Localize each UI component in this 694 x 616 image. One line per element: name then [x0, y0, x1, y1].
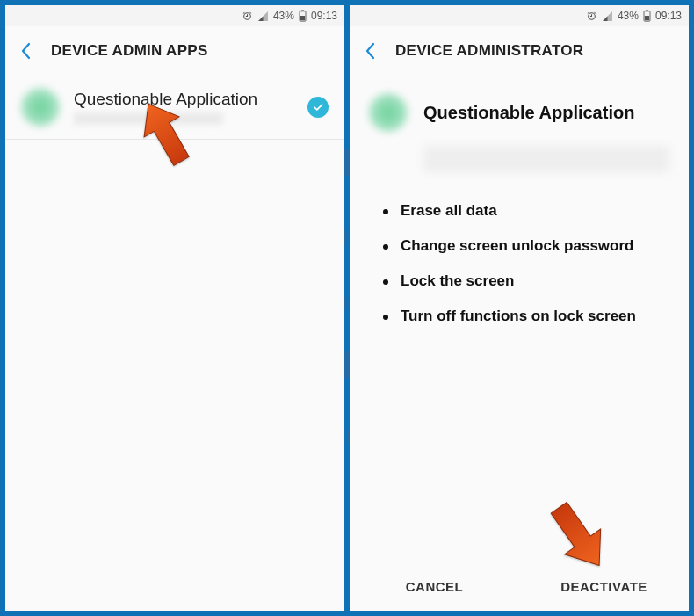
- detail-header: Questionable Application: [350, 76, 689, 141]
- permission-text: Turn off functions on lock screen: [401, 308, 636, 325]
- permission-item: Erase all data: [383, 193, 666, 228]
- status-bar: 43% 09:13: [350, 5, 689, 26]
- svg-rect-2: [300, 16, 305, 20]
- bullet-icon: [383, 244, 388, 250]
- signal-icon: [257, 11, 269, 22]
- signal-icon: [602, 11, 613, 22]
- clock-time: 09:13: [311, 10, 337, 22]
- back-button[interactable]: [18, 42, 35, 60]
- svg-rect-1: [301, 10, 305, 11]
- alarm-icon: [586, 11, 597, 22]
- app-name: Questionable Application: [74, 90, 293, 109]
- app-icon: [21, 88, 60, 127]
- permission-item: Turn off functions on lock screen: [383, 299, 666, 334]
- detail-content: Questionable Application Erase all data …: [350, 76, 689, 562]
- permission-item: Change screen unlock password: [383, 228, 666, 264]
- battery-percent: 43%: [273, 10, 294, 22]
- permission-list: Erase all data Change screen unlock pass…: [350, 188, 689, 334]
- app-name: Questionable Application: [423, 103, 634, 123]
- clock-time: 09:13: [655, 10, 682, 22]
- battery-icon: [299, 10, 307, 22]
- bullet-icon: [383, 315, 388, 320]
- permission-text: Change screen unlock password: [401, 237, 633, 255]
- permission-item: Lock the screen: [383, 264, 666, 299]
- screens-container: 43% 09:13 DEVICE ADMIN APPS Questionable…: [0, 0, 694, 616]
- deactivate-button[interactable]: DEACTIVATE: [519, 562, 689, 611]
- battery-icon: [643, 10, 651, 22]
- permission-text: Erase all data: [401, 202, 497, 220]
- app-description-blur: [423, 146, 669, 172]
- header: DEVICE ADMIN APPS: [5, 26, 344, 76]
- alarm-icon: [242, 11, 253, 22]
- app-list-item[interactable]: Questionable Application: [5, 76, 344, 140]
- bullet-icon: [383, 209, 388, 214]
- back-button[interactable]: [362, 42, 380, 60]
- enabled-check-icon: [307, 97, 329, 118]
- app-text-block: Questionable Application: [74, 90, 293, 125]
- app-list: Questionable Application: [5, 76, 344, 611]
- status-bar: 43% 09:13: [5, 5, 344, 26]
- app-icon: [369, 93, 408, 132]
- left-screen: 43% 09:13 DEVICE ADMIN APPS Questionable…: [5, 5, 344, 611]
- battery-percent: 43%: [618, 10, 639, 22]
- right-screen: 43% 09:13 DEVICE ADMINISTRATOR Questiona…: [350, 5, 689, 611]
- bullet-icon: [383, 279, 388, 285]
- svg-rect-5: [645, 16, 649, 20]
- header: DEVICE ADMINISTRATOR: [350, 26, 689, 76]
- page-title: DEVICE ADMIN APPS: [51, 42, 208, 60]
- permission-text: Lock the screen: [401, 272, 514, 290]
- cancel-button[interactable]: CANCEL: [350, 562, 519, 611]
- svg-rect-4: [646, 10, 649, 11]
- app-subtitle-blur: [74, 112, 223, 125]
- page-title: DEVICE ADMINISTRATOR: [395, 42, 583, 60]
- bottom-action-bar: CANCEL DEACTIVATE: [350, 562, 689, 611]
